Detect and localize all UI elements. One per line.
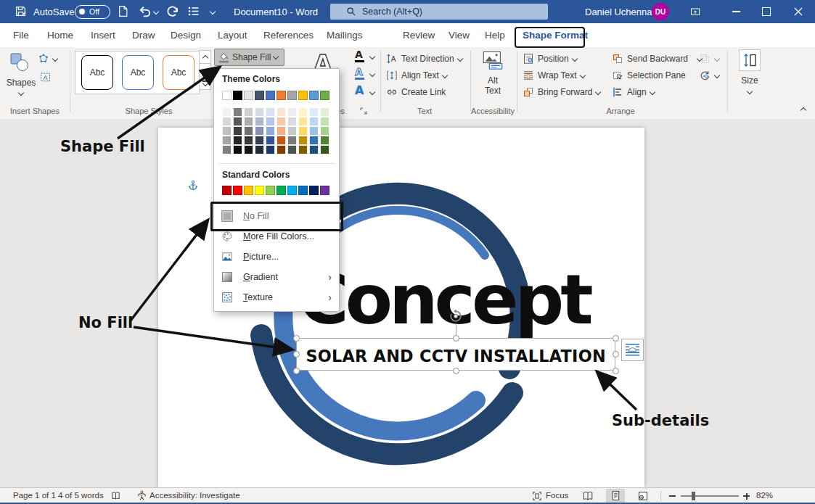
shape-fill-button[interactable]: Shape Fill [214, 49, 284, 66]
color-swatch[interactable] [320, 117, 329, 126]
color-swatch[interactable] [266, 107, 275, 117]
color-swatch[interactable] [266, 91, 275, 100]
ribbon-display-options-icon[interactable] [681, 0, 710, 23]
shape-style-2[interactable]: Abc [122, 55, 154, 90]
color-swatch[interactable] [244, 117, 253, 126]
color-swatch[interactable] [287, 136, 297, 145]
resize-handle-top-left[interactable] [293, 335, 300, 342]
accessibility-status[interactable]: Accessibility: Investigate [150, 491, 240, 500]
selection-pane-button[interactable]: Selection Pane [612, 68, 686, 83]
color-swatch[interactable] [320, 107, 329, 117]
tab-file[interactable]: File [13, 30, 29, 41]
color-swatch[interactable] [222, 136, 232, 145]
color-swatch[interactable] [266, 186, 275, 195]
color-swatch[interactable] [320, 145, 329, 154]
zoom-level[interactable]: 82% [756, 491, 773, 500]
search-input[interactable]: Search (Alt+Q) [330, 4, 548, 20]
avatar[interactable]: DU [652, 3, 669, 20]
color-swatch[interactable] [320, 91, 329, 100]
tab-design[interactable]: Design [171, 30, 201, 41]
save-icon[interactable] [15, 5, 27, 17]
color-swatch[interactable] [266, 136, 275, 145]
gallery-down-button[interactable] [199, 63, 211, 77]
color-swatch[interactable] [255, 126, 264, 136]
layout-options-button[interactable] [621, 339, 644, 361]
focus-label[interactable]: Focus [546, 491, 568, 500]
color-swatch[interactable] [287, 91, 297, 100]
color-swatch[interactable] [309, 126, 319, 136]
resize-handle-mid-left[interactable] [293, 351, 300, 358]
new-document-icon[interactable] [117, 5, 129, 17]
tab-insert[interactable]: Insert [91, 30, 115, 41]
tab-review[interactable]: Review [403, 30, 435, 41]
color-swatch[interactable] [277, 186, 286, 195]
color-swatch[interactable] [309, 186, 319, 195]
proofing-icon[interactable] [110, 490, 121, 501]
qat-more-chevron[interactable] [210, 9, 216, 15]
menu-item-texture[interactable]: Texture › [214, 287, 339, 307]
color-swatch[interactable] [266, 126, 275, 136]
rotate-objects-chevron[interactable] [714, 73, 720, 78]
resize-handle-bottom-right[interactable] [613, 368, 619, 374]
color-swatch[interactable] [222, 145, 232, 154]
color-swatch[interactable] [298, 117, 308, 126]
tab-home[interactable]: Home [47, 30, 73, 41]
zoom-slider-handle[interactable] [692, 492, 695, 500]
shapes-chevron[interactable] [18, 90, 24, 96]
color-swatch[interactable] [298, 107, 308, 117]
text-fill-chevron[interactable] [369, 54, 375, 59]
gallery-more-button[interactable] [199, 76, 211, 90]
color-swatch[interactable] [277, 136, 286, 145]
resize-handle-mid-right[interactable] [613, 351, 619, 358]
color-swatch[interactable] [255, 145, 264, 154]
color-swatch[interactable] [298, 186, 308, 195]
color-swatch[interactable] [244, 126, 253, 136]
resize-handle-bottom-left[interactable] [293, 368, 300, 374]
align-button[interactable]: Align [612, 85, 655, 99]
color-swatch[interactable] [222, 186, 232, 195]
color-swatch[interactable] [277, 91, 286, 100]
menu-item-picture[interactable]: Picture... [214, 247, 339, 267]
color-swatch[interactable] [244, 145, 253, 154]
color-swatch[interactable] [233, 107, 242, 117]
focus-icon[interactable] [532, 491, 542, 501]
user-name[interactable]: Daniel Uchenna [585, 7, 652, 17]
send-backward-button[interactable]: Send Backward [612, 51, 702, 66]
selected-text-box[interactable]: SOLAR AND CCTV INSTALLATION [296, 338, 615, 371]
color-swatch[interactable] [222, 107, 232, 117]
color-swatch[interactable] [320, 126, 329, 136]
tab-draw[interactable]: Draw [132, 30, 155, 41]
color-swatch[interactable] [255, 117, 264, 126]
color-swatch[interactable] [287, 145, 297, 154]
print-layout-button[interactable] [606, 489, 625, 503]
color-swatch[interactable] [277, 107, 286, 117]
color-swatch[interactable] [287, 117, 297, 126]
maximize-button[interactable] [752, 0, 781, 23]
color-swatch[interactable] [277, 145, 286, 154]
color-swatch[interactable] [233, 145, 242, 154]
color-swatch[interactable] [255, 91, 264, 100]
align-text-button[interactable]: Align Text [386, 68, 447, 83]
color-swatch[interactable] [309, 145, 319, 154]
create-link-button[interactable]: Create Link [386, 85, 446, 99]
shapes-icon[interactable] [9, 51, 30, 73]
tab-view[interactable]: View [449, 30, 470, 41]
page-indicator[interactable]: Page 1 of 1 [13, 491, 56, 500]
color-swatch[interactable] [222, 117, 232, 126]
edit-shape-chevron[interactable] [52, 56, 58, 62]
rotation-handle-icon[interactable] [449, 309, 463, 323]
color-swatch[interactable] [287, 126, 297, 136]
color-swatch[interactable] [309, 117, 319, 126]
color-swatch[interactable] [222, 126, 232, 136]
wrap-text-button[interactable]: Wrap Text [523, 68, 585, 83]
gallery-up-button[interactable] [199, 50, 211, 64]
word-count[interactable]: 4 of 5 words [58, 491, 104, 500]
color-swatch[interactable] [244, 186, 253, 195]
color-swatch[interactable] [233, 186, 242, 195]
color-swatch[interactable] [266, 145, 275, 154]
color-swatch[interactable] [222, 91, 232, 100]
zoom-out-button[interactable] [669, 495, 676, 497]
color-swatch[interactable] [266, 117, 275, 126]
text-effects-icon[interactable]: A [355, 83, 364, 97]
text-effects-chevron[interactable] [369, 89, 375, 95]
